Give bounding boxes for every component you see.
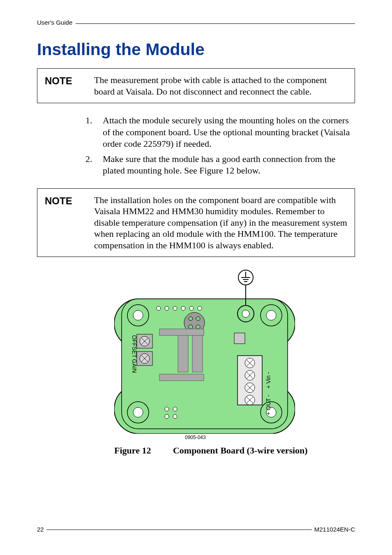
svg-point-51 <box>173 407 177 411</box>
svg-rect-35 <box>178 335 188 372</box>
svg-point-26 <box>196 325 200 329</box>
page-number: 22 <box>37 526 44 533</box>
svg-point-50 <box>165 407 169 411</box>
note-box-1: NOTE The measurement probe with cable is… <box>37 68 355 103</box>
footer-rule <box>46 526 312 530</box>
vin-label: + Vin - <box>265 372 272 389</box>
svg-point-17 <box>165 306 169 310</box>
svg-rect-36 <box>192 335 203 372</box>
out-label: + OUT - <box>265 395 272 415</box>
svg-point-16 <box>157 306 161 310</box>
small-chip <box>234 333 245 344</box>
svg-point-14 <box>242 310 249 317</box>
svg-point-18 <box>173 306 177 310</box>
figure-id: 0905-043 <box>185 435 355 440</box>
svg-point-23 <box>189 317 193 321</box>
figure-text: Component Board (3-wire version) <box>173 445 308 456</box>
steps-list: Attach the module securely using the mou… <box>95 115 355 177</box>
svg-point-25 <box>189 325 193 329</box>
terminal-block <box>238 356 262 405</box>
header-rule <box>76 20 355 24</box>
list-item: Make sure that the module has a good ear… <box>95 153 355 177</box>
note-box-2: NOTE The installation holes on the compo… <box>37 188 355 257</box>
figure-caption: Figure 12 Component Board (3-wire versio… <box>114 445 355 456</box>
svg-point-8 <box>266 310 276 320</box>
note-label: NOTE <box>45 195 94 207</box>
list-item: Attach the module securely using the mou… <box>95 115 355 150</box>
svg-point-20 <box>189 306 194 310</box>
doc-number: M211024EN-C <box>314 526 355 533</box>
svg-point-21 <box>198 306 202 310</box>
offset-label: OFFSET <box>131 335 138 358</box>
figure-label: Figure 12 <box>114 445 151 456</box>
svg-point-24 <box>196 317 200 321</box>
page-footer: 22 M211024EN-C <box>37 526 355 533</box>
breadcrumb: User's Guide <box>37 19 72 26</box>
svg-point-6 <box>133 310 143 320</box>
svg-point-52 <box>165 414 169 419</box>
svg-point-53 <box>173 414 177 419</box>
board-diagram: OFFSET GAIN + Vin <box>114 269 295 434</box>
note-label: NOTE <box>45 75 94 87</box>
page-title: Installing the Module <box>37 40 355 59</box>
svg-point-19 <box>181 306 185 310</box>
note-text: The measurement probe with cable is atta… <box>94 74 347 97</box>
note-text: The installation holes on the component … <box>94 194 347 251</box>
offset-pot <box>137 334 152 348</box>
ic-block <box>159 374 204 381</box>
figure-board: OFFSET GAIN + Vin <box>114 269 355 434</box>
gain-label: GAIN <box>131 359 138 373</box>
svg-point-10 <box>133 407 143 417</box>
ic-block <box>159 329 204 335</box>
page-header: User's Guide <box>37 19 355 26</box>
gain-pot <box>137 352 152 365</box>
